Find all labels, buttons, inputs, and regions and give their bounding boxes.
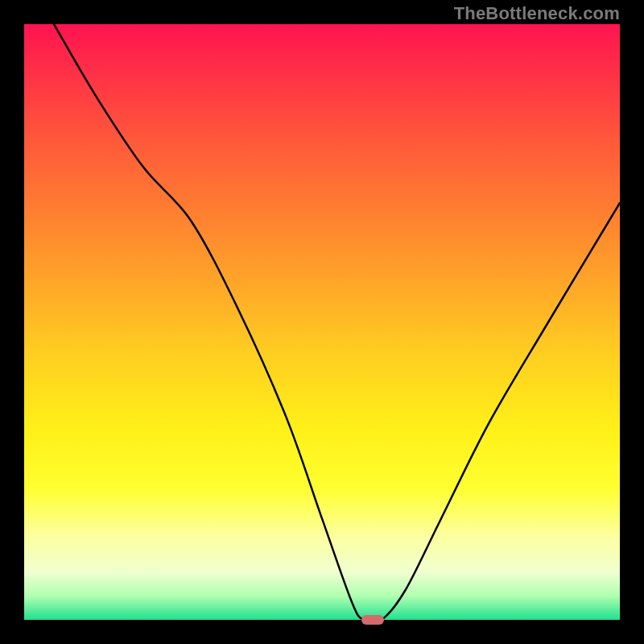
plot-area bbox=[24, 24, 620, 620]
watermark-text: TheBottleneck.com bbox=[454, 3, 620, 24]
bottleneck-curve bbox=[24, 24, 620, 620]
optimal-marker bbox=[361, 615, 384, 625]
chart-container: TheBottleneck.com bbox=[0, 0, 644, 644]
